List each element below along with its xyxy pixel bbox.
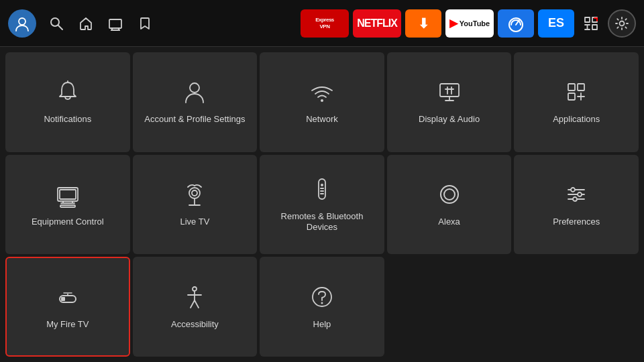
tile-applications[interactable]: Applications [514,52,639,152]
help-icon [309,284,335,312]
avatar[interactable] [8,9,36,38]
svg-line-62 [191,300,195,308]
bell-icon [54,78,81,107]
svg-rect-11 [592,25,597,29]
help-label: Help [313,319,331,330]
svg-rect-33 [60,190,76,199]
expressvpn-app[interactable]: ExpressVPN [301,9,349,38]
svg-point-39 [192,190,197,196]
svg-point-0 [19,18,25,25]
accessibility-label: Accessibility [171,319,219,330]
speedtest-app[interactable] [498,9,534,38]
svg-line-2 [58,25,62,29]
remotes-bluetooth-label: Remotes & Bluetooth Devices [266,211,378,234]
svg-point-38 [189,188,200,198]
apps-icon [563,78,590,107]
svg-rect-21 [440,84,459,97]
tile-preferences[interactable]: Preferences [514,155,639,255]
svg-rect-37 [60,205,75,207]
grid-apps-button[interactable] [578,11,604,36]
svg-rect-27 [568,84,575,90]
tile-help[interactable]: Help [260,257,384,357]
tile-my-fire-tv[interactable]: My Fire TV [5,257,130,357]
svg-rect-3 [109,19,121,28]
antenna-icon [181,181,208,210]
svg-point-52 [571,188,575,192]
netflix-app[interactable]: NETFLIX [353,9,401,38]
svg-rect-46 [320,193,324,194]
live-tv-label: Live TV [180,217,209,228]
es-app[interactable]: ES [538,9,574,38]
svg-point-54 [573,197,577,201]
svg-line-63 [195,300,199,308]
svg-rect-56 [61,297,65,301]
svg-point-65 [321,302,323,304]
tile-accessibility[interactable]: Accessibility [133,257,258,357]
tile-account[interactable]: Account & Profile Settings [133,52,258,152]
youtube-app[interactable]: ▶ YouTube [445,9,494,38]
person-icon [181,78,208,107]
svg-rect-9 [585,17,590,22]
alexa-label: Alexa [438,217,460,228]
svg-point-1 [51,18,59,26]
display-icon [436,78,463,107]
tile-notifications[interactable]: Notifications [5,52,130,152]
tv-icon [54,181,81,210]
display-audio-label: Display & Audio [419,114,480,125]
top-apps-bar: ExpressVPN NETFLIX ⬇ ▶ YouTube ES [301,9,574,38]
svg-point-48 [444,189,455,200]
settings-gear-button[interactable] [608,9,636,38]
fire-tv-icon [54,284,81,312]
wifi-icon [309,78,335,107]
nav-right-icons [578,9,636,38]
preferences-label: Preferences [553,217,600,228]
svg-point-19 [190,83,199,93]
tile-remotes-bluetooth[interactable]: Remotes & Bluetooth Devices [260,155,384,255]
svg-rect-45 [320,190,324,192]
alexa-icon [436,181,463,210]
search-nav-button[interactable] [43,10,70,37]
notifications-label: Notifications [44,114,91,125]
svg-point-53 [578,192,582,196]
downloader-app[interactable]: ⬇ [405,9,441,38]
svg-point-47 [441,186,458,203]
svg-rect-28 [578,84,584,90]
network-label: Network [306,114,338,125]
my-fire-tv-label: My Fire TV [46,319,89,330]
svg-rect-44 [320,188,324,189]
accessibility-icon [181,284,208,312]
tile-network[interactable]: Network [260,52,384,152]
svg-point-20 [321,99,323,102]
svg-point-17 [620,21,625,25]
sliders-icon [563,181,590,210]
settings-grid: Notifications Account & Profile Settings… [0,47,644,362]
tile-alexa[interactable]: Alexa [387,155,512,255]
applications-label: Applications [553,114,600,125]
remote-icon [309,176,335,204]
nav-icons-left [43,10,158,37]
svg-point-43 [321,184,323,186]
tile-display-audio[interactable]: Display & Audio [387,52,512,152]
home-nav-button[interactable] [72,10,99,37]
account-label: Account & Profile Settings [144,114,245,125]
tile-equipment-control[interactable]: Equipment Control [5,155,130,255]
svg-rect-29 [568,93,575,100]
equipment-control-label: Equipment Control [32,217,104,228]
top-nav: ExpressVPN NETFLIX ⬇ ▶ YouTube ES [0,0,644,47]
live-nav-button[interactable] [102,10,129,37]
bookmark-nav-button[interactable] [131,10,158,37]
tile-live-tv[interactable]: Live TV [133,155,258,255]
